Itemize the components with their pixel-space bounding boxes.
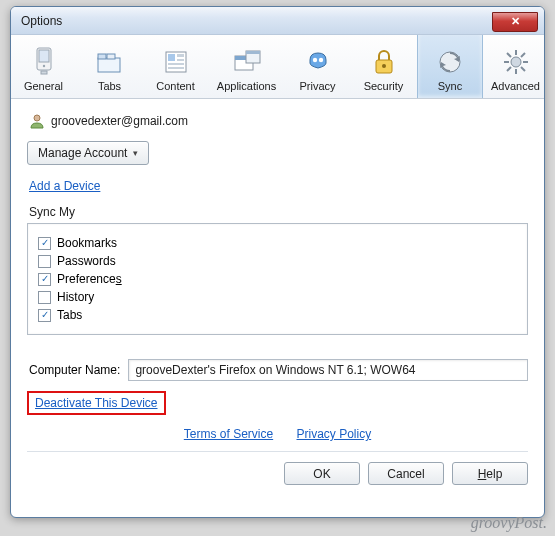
tab-label: Tabs <box>98 80 121 92</box>
svg-rect-11 <box>168 63 184 65</box>
titlebar: Options ✕ <box>11 7 544 35</box>
svg-point-31 <box>34 115 40 121</box>
cancel-button[interactable]: Cancel <box>368 462 444 485</box>
window-title: Options <box>21 14 62 28</box>
help-button[interactable]: Help <box>452 462 528 485</box>
applications-icon <box>232 48 262 76</box>
deactivate-device-link[interactable]: Deactivate This Device <box>35 396 158 410</box>
tab-label: Sync <box>438 80 462 92</box>
sync-item-label: Preferences <box>57 272 122 286</box>
advanced-icon <box>502 48 530 76</box>
account-email: groovedexter@gmail.com <box>51 114 188 128</box>
security-icon <box>372 48 396 76</box>
dialog-button-row: OK Cancel Help <box>27 451 528 485</box>
svg-rect-4 <box>98 58 120 72</box>
tab-advanced[interactable]: Advanced <box>483 35 545 98</box>
svg-point-21 <box>440 52 460 72</box>
checkbox-history[interactable] <box>38 291 51 304</box>
sync-my-label: Sync My <box>29 205 528 219</box>
sync-items-box: Bookmarks Passwords Preferences History … <box>27 223 528 335</box>
sync-item-label: Tabs <box>57 308 82 322</box>
tab-security[interactable]: Security <box>351 35 417 98</box>
tab-content[interactable]: Content <box>143 35 209 98</box>
tab-sync[interactable]: Sync <box>417 35 483 98</box>
manage-account-label: Manage Account <box>38 146 127 160</box>
computer-name-label: Computer Name: <box>29 363 120 377</box>
ok-button[interactable]: OK <box>284 462 360 485</box>
options-window: Options ✕ General Tabs Content Applicati… <box>10 6 545 518</box>
tab-applications[interactable]: Applications <box>209 35 285 98</box>
checkbox-bookmarks[interactable] <box>38 237 51 250</box>
footer-links: Terms of Service Privacy Policy <box>27 427 528 441</box>
terms-of-service-link[interactable]: Terms of Service <box>184 427 273 441</box>
tab-label: Applications <box>217 80 276 92</box>
svg-rect-10 <box>177 59 184 61</box>
privacy-icon <box>304 48 332 76</box>
svg-rect-6 <box>107 54 115 59</box>
checkbox-preferences[interactable] <box>38 273 51 286</box>
chevron-down-icon: ▾ <box>133 148 138 158</box>
tab-label: Security <box>364 80 404 92</box>
close-button[interactable]: ✕ <box>492 12 538 32</box>
svg-point-17 <box>312 58 316 62</box>
svg-rect-5 <box>98 54 106 59</box>
svg-rect-12 <box>168 67 184 69</box>
privacy-policy-link[interactable]: Privacy Policy <box>297 427 372 441</box>
sync-item-label: Bookmarks <box>57 236 117 250</box>
sync-item-label: Passwords <box>57 254 116 268</box>
svg-rect-8 <box>168 54 175 61</box>
sync-item-label: History <box>57 290 94 304</box>
sync-icon <box>436 48 464 76</box>
sync-panel: groovedexter@gmail.com Manage Account ▾ … <box>11 99 544 495</box>
user-icon <box>29 113 45 129</box>
tab-label: Content <box>156 80 195 92</box>
tab-strip: General Tabs Content Applications Privac… <box>11 35 544 99</box>
tab-label: Privacy <box>299 80 335 92</box>
svg-rect-1 <box>39 50 49 62</box>
computer-name-row: Computer Name: <box>29 359 528 381</box>
tab-label: Advanced <box>491 80 540 92</box>
sync-item-history: History <box>38 290 517 304</box>
tab-tabs[interactable]: Tabs <box>77 35 143 98</box>
checkbox-tabs[interactable] <box>38 309 51 322</box>
tab-privacy[interactable]: Privacy <box>285 35 351 98</box>
svg-line-28 <box>521 67 525 71</box>
svg-point-18 <box>318 58 322 62</box>
account-line: groovedexter@gmail.com <box>29 113 528 129</box>
sync-item-preferences: Preferences <box>38 272 517 286</box>
sync-item-bookmarks: Bookmarks <box>38 236 517 250</box>
tab-general[interactable]: General <box>11 35 77 98</box>
sync-item-passwords: Passwords <box>38 254 517 268</box>
deactivate-highlight: Deactivate This Device <box>27 391 166 415</box>
svg-point-20 <box>382 64 386 68</box>
manage-account-button[interactable]: Manage Account ▾ <box>27 141 149 165</box>
svg-line-30 <box>507 67 511 71</box>
svg-rect-3 <box>41 71 47 74</box>
checkbox-passwords[interactable] <box>38 255 51 268</box>
tab-label: General <box>24 80 63 92</box>
content-icon <box>162 48 190 76</box>
sync-item-tabs: Tabs <box>38 308 517 322</box>
watermark: groovyPost. <box>471 514 547 532</box>
tabs-icon <box>95 48 125 76</box>
general-icon <box>30 46 58 76</box>
svg-line-29 <box>521 53 525 57</box>
svg-point-22 <box>511 57 521 67</box>
svg-rect-16 <box>246 51 260 54</box>
close-icon: ✕ <box>511 15 520 28</box>
computer-name-input[interactable] <box>128 359 528 381</box>
svg-line-27 <box>507 53 511 57</box>
svg-point-2 <box>42 65 44 67</box>
add-device-link[interactable]: Add a Device <box>29 179 100 193</box>
svg-rect-9 <box>177 54 184 57</box>
